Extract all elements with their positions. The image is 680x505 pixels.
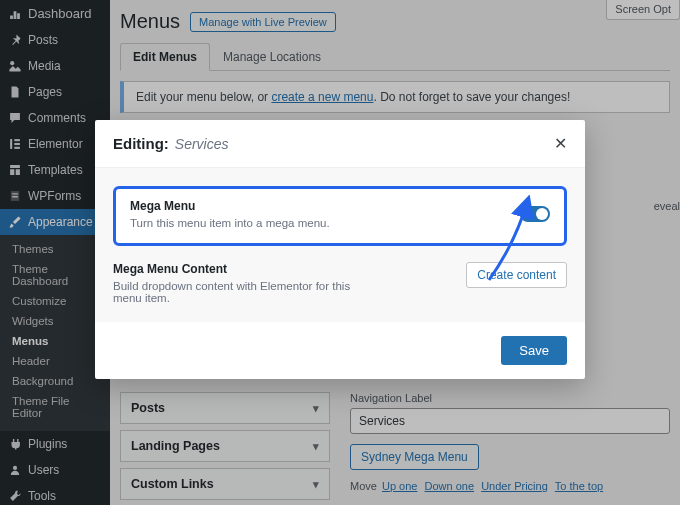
close-icon[interactable]: ✕ [554, 134, 567, 153]
save-button[interactable]: Save [501, 336, 567, 365]
modal-subtitle: Services [175, 136, 229, 152]
mega-menu-highlight-box: Mega Menu Turn this menu item into a meg… [113, 186, 567, 246]
mega-content-title: Mega Menu Content [113, 262, 454, 276]
mega-menu-title: Mega Menu [130, 199, 330, 213]
mega-menu-toggle[interactable] [520, 206, 550, 222]
modal-overlay: Editing: Services ✕ Mega Menu Turn this … [0, 0, 680, 505]
modal-title: Editing: [113, 135, 169, 152]
create-content-button[interactable]: Create content [466, 262, 567, 288]
mega-menu-desc: Turn this menu item into a mega menu. [130, 217, 330, 229]
mega-menu-modal: Editing: Services ✕ Mega Menu Turn this … [95, 120, 585, 379]
mega-content-desc: Build dropdown content with Elementor fo… [113, 280, 363, 304]
